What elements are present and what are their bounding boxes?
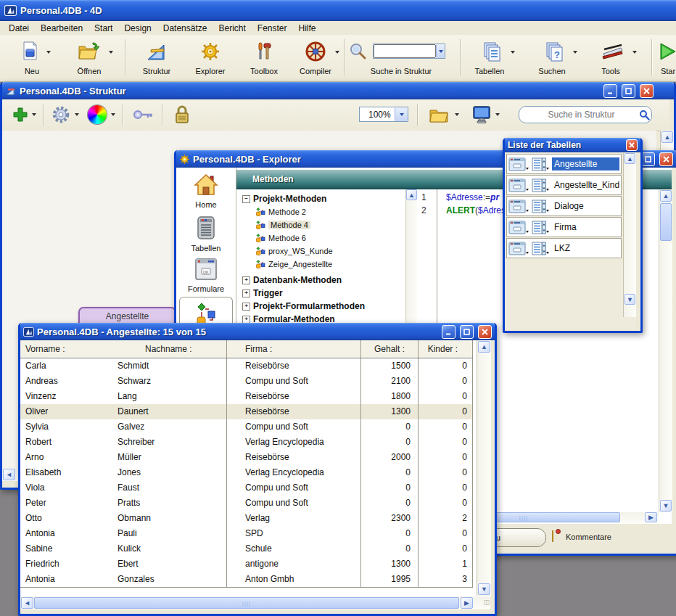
oeffnen-button[interactable]: Öffnen <box>73 39 116 77</box>
tools-dropdown-caret[interactable] <box>632 51 637 54</box>
form-icon[interactable] <box>508 178 529 192</box>
menu-item-hilfe[interactable]: Hilfe <box>293 22 322 35</box>
struktur-button[interactable]: Struktur <box>135 39 178 77</box>
neu-button[interactable]: Neu <box>16 39 57 77</box>
tabellen-button[interactable]: Tabellen <box>471 39 516 77</box>
records-minimize-button[interactable] <box>442 325 456 339</box>
records-titlebar[interactable]: Personal.4DB - Angestellte: 15 von 15 <box>20 323 495 340</box>
sidebar-item-tabellen[interactable]: Tabellen <box>179 215 233 252</box>
list-icon[interactable] <box>532 157 550 171</box>
table-row[interactable]: SabineKulickSchule00 <box>20 541 473 557</box>
table-row[interactable]: AndreasSchwarzCompu und Soft21000 <box>20 374 473 389</box>
expand-icon[interactable]: + <box>242 276 250 284</box>
table-row[interactable]: FriedrichEbertantigone13001 <box>20 557 473 572</box>
code-scroll-up-button[interactable]: ▲ <box>660 190 672 202</box>
lock-icon[interactable] <box>173 104 191 127</box>
tree-group-trigger[interactable]: +Trigger <box>242 287 405 300</box>
struktur-close-button[interactable] <box>640 84 654 98</box>
add-plus-icon[interactable] <box>12 107 28 125</box>
oeffnen-dropdown-caret[interactable] <box>109 51 113 54</box>
form-icon[interactable] <box>508 242 529 255</box>
form-icon[interactable] <box>508 221 529 234</box>
list-icon[interactable] <box>532 178 550 192</box>
struktur-search-magnifier-icon[interactable] <box>639 110 650 120</box>
code-vscroll-thumb[interactable] <box>660 203 672 241</box>
menu-item-fenster[interactable]: Fenster <box>252 22 293 35</box>
palette-row-firma[interactable]: Firma <box>506 217 622 237</box>
table-row[interactable]: AntoniaPauliSPD00 <box>20 526 473 541</box>
sidebar-item-home[interactable]: Home <box>179 173 233 209</box>
expand-icon[interactable]: + <box>242 289 250 297</box>
sidebar-item-formulare[interactable]: OK Formulare <box>179 258 233 293</box>
neu-dropdown-caret[interactable] <box>46 51 51 54</box>
tree-scroll-up-button[interactable]: ▲ <box>406 189 417 200</box>
records-hscrollbar[interactable]: ◄ |||| ▶ ◫ <box>20 596 490 609</box>
column-header-c1[interactable]: Vorname : <box>20 340 116 358</box>
expand-icon[interactable]: + <box>242 303 250 311</box>
table-row[interactable]: SylviaGalvezCompu und Soft00 <box>20 419 473 435</box>
table-row[interactable]: ViolaFaustCompu und Soft00 <box>20 480 473 496</box>
menu-item-start[interactable]: Start <box>88 22 118 35</box>
folder-dropdown-caret[interactable] <box>455 113 459 116</box>
records-close-button[interactable] <box>478 325 492 339</box>
zoom-select-caret[interactable] <box>395 107 408 121</box>
key-icon[interactable] <box>133 108 154 123</box>
code-scroll-right-button[interactable]: ▶ <box>645 512 657 522</box>
tree-item-methode-4[interactable]: Methode 4 <box>242 218 405 231</box>
palette-row-angestellte[interactable]: Angestellte <box>506 154 622 174</box>
table-row[interactable]: ElisabethJonesVerlag Encyclopedia00 <box>20 465 473 480</box>
records-scroll-down-button[interactable]: ▼ <box>478 583 490 595</box>
records-scroll-up-button[interactable]: ▲ <box>478 341 490 353</box>
records-hscroll-thumb[interactable]: |||| <box>34 597 459 609</box>
gear-dropdown-caret[interactable] <box>75 113 79 116</box>
table-row[interactable]: RobertSchreiberVerlag Encyclopedia00 <box>20 435 473 450</box>
tree-root-projekt-methoden[interactable]: −Projekt-Methoden <box>242 192 405 205</box>
palette-vscrollbar[interactable]: ▲ ▼ <box>623 153 636 317</box>
struktur-titlebar[interactable]: Personal.4DB - Struktur <box>2 82 674 99</box>
code-scroll-down-button[interactable]: ▼ <box>660 500 672 512</box>
gear-icon[interactable] <box>51 105 70 126</box>
collapse-icon[interactable]: − <box>242 195 250 203</box>
column-header-c4[interactable]: Gehalt : <box>360 340 418 358</box>
table-row[interactable]: PeterPrattsCompu und Soft00 <box>20 496 473 511</box>
menu-item-datei[interactable]: Datei <box>3 22 35 35</box>
code-vscrollbar[interactable]: ▲ ▼ <box>659 189 672 512</box>
palette-row-angestellte_kinder[interactable]: Angestellte_Kinder <box>506 175 622 195</box>
records-maximize-button[interactable] <box>460 325 474 339</box>
add-dropdown-caret[interactable] <box>32 113 36 116</box>
struktur-scroll-up-button[interactable]: ▲ <box>661 131 673 143</box>
records-header-row[interactable]: Vorname :Nachname :Firma :Gehalt :Kinder… <box>20 340 473 358</box>
tree-group-datenbank-methoden[interactable]: +Datenbank-Methoden <box>242 274 405 287</box>
tabellen-dropdown-caret[interactable] <box>511 51 515 54</box>
tree-item-methode-2[interactable]: Methode 2 <box>242 205 405 218</box>
menu-item-bericht[interactable]: Bericht <box>213 22 251 35</box>
table-row[interactable]: AntoniaGonzalesAnton Gmbh19953 <box>20 572 473 587</box>
search-combo-caret[interactable] <box>436 44 445 58</box>
struktur-search-input[interactable] <box>524 109 639 120</box>
palette-scroll-down-button[interactable]: ▼ <box>625 294 635 305</box>
kommentare-label[interactable]: Kommentare <box>566 533 611 541</box>
form-icon[interactable] <box>508 157 529 171</box>
records-vscrollbar[interactable]: ▲ ▼ <box>477 340 491 596</box>
tree-item-zeige-angestellte[interactable]: Zeige_Angestellte <box>242 258 405 271</box>
list-icon[interactable] <box>532 242 550 255</box>
suchen-button[interactable]: ? Suchen <box>534 39 579 77</box>
color-wheel-icon[interactable] <box>88 105 107 124</box>
palette-scroll-up-button[interactable]: ▲ <box>625 153 635 164</box>
toolbar-search-input[interactable] <box>374 44 436 58</box>
menu-item-bearbeiten[interactable]: Bearbeiten <box>35 22 88 35</box>
zoom-select[interactable]: 100% <box>359 107 408 122</box>
compiler-dropdown-caret[interactable] <box>335 51 339 54</box>
table-row[interactable]: OliverDaunertReisebörse13000 <box>20 404 473 419</box>
tree-item-proxy-ws-kunde[interactable]: proxy_WS_Kunde <box>242 245 405 258</box>
table-row[interactable]: VinzenzLangReisebörse18000 <box>20 389 473 404</box>
records-scroll-left-button[interactable]: ◄ <box>21 597 33 609</box>
tree-item-methode-6[interactable]: Methode 6 <box>242 231 405 245</box>
explorer-close-button[interactable] <box>659 152 673 166</box>
table-row[interactable]: CarlaSchmidtReisebörse15000 <box>20 358 473 374</box>
struktur-search-box[interactable] <box>519 106 652 123</box>
monitor-icon[interactable] <box>472 105 491 126</box>
column-header-c3[interactable]: Firma : <box>226 340 360 358</box>
column-header-c2[interactable]: Nachname : <box>116 340 226 358</box>
compiler-button[interactable]: Compiler <box>294 39 341 77</box>
